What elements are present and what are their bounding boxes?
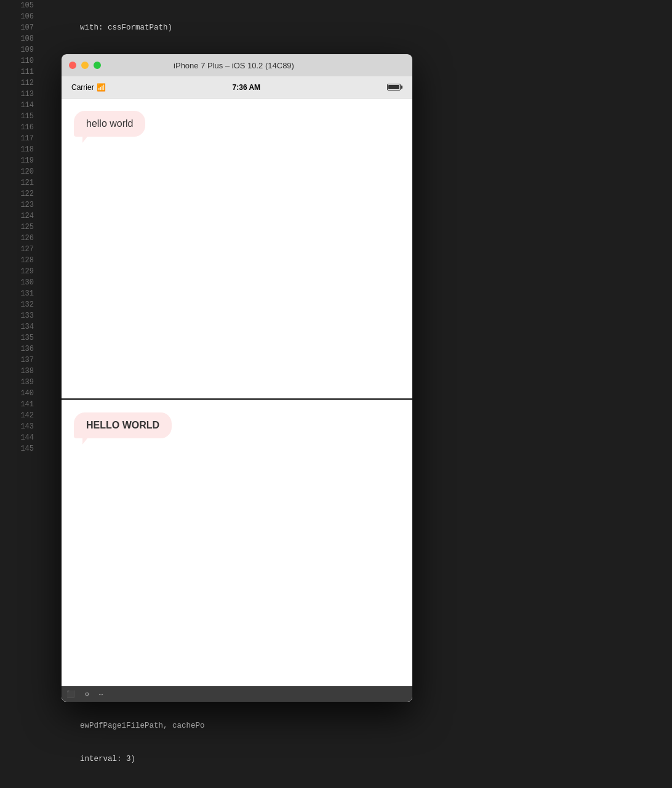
line-num: 119: [0, 155, 34, 166]
line-num: 128: [0, 255, 34, 266]
line-num: 126: [0, 233, 34, 244]
line-num: 127: [0, 244, 34, 255]
line-num: 112: [0, 78, 34, 89]
line-numbers: 105 106 107 108 109 110 111 112 113 114 …: [0, 0, 40, 788]
wifi-icon: 📶: [97, 83, 106, 92]
line-num: 143: [0, 421, 34, 432]
line-num: 129: [0, 266, 34, 277]
line-num: 120: [0, 166, 34, 177]
line-num: 134: [0, 321, 34, 332]
line-num: 118: [0, 144, 34, 155]
line-num: 142: [0, 410, 34, 421]
simulator-titlebar: iPhone 7 Plus – iOS 10.2 (14C89): [62, 54, 412, 76]
line-num: 133: [0, 310, 34, 321]
line-num: 132: [0, 299, 34, 310]
line-num: 108: [0, 33, 34, 44]
line-num: 124: [0, 211, 34, 222]
line-num: 111: [0, 66, 34, 78]
bottom-chat-bubble: HELLO WORLD: [74, 412, 172, 438]
line-num: 125: [0, 222, 34, 233]
simulator-title: iPhone 7 Plus – iOS 10.2 (14C89): [63, 61, 405, 70]
line-num: 136: [0, 344, 34, 355]
code-line-126: ewPdfPage1FilePath, cachePo: [43, 720, 672, 731]
status-right: [387, 84, 402, 90]
line-num: 135: [0, 332, 34, 344]
screen-bottom: HELLO WORLD: [62, 400, 412, 702]
line-num: 114: [0, 100, 34, 111]
line-num: 121: [0, 177, 34, 188]
line-num: 113: [0, 89, 34, 100]
toolbar-icon-1: ⬛: [66, 690, 75, 698]
simulator-bottom-toolbar: ⬛ ⚙ ↔: [62, 686, 412, 702]
line-num: 122: [0, 188, 34, 199]
line-num: 109: [0, 44, 34, 55]
screen-top: hello world: [62, 98, 412, 400]
line-num: 123: [0, 199, 34, 211]
toolbar-icon-2: ⚙: [85, 690, 89, 698]
bottom-bubble-text: HELLO WORLD: [86, 420, 159, 430]
iphone-status-bar: Carrier 📶 7:36 AM: [62, 76, 412, 98]
line-num: 140: [0, 388, 34, 399]
line-num: 110: [0, 55, 34, 66]
line-num: 130: [0, 277, 34, 288]
toolbar-icon-3: ↔: [99, 691, 103, 698]
line-num: 106: [0, 11, 34, 22]
iphone-body: Carrier 📶 7:36 AM hello world H: [62, 76, 412, 702]
code-line-127: interval: 3): [43, 754, 672, 765]
line-num: 138: [0, 366, 34, 377]
line-num: 145: [0, 443, 34, 454]
code-line-105: with: cssFormatPath): [43, 22, 672, 33]
line-num: 117: [0, 133, 34, 144]
status-time: 7:36 AM: [233, 83, 261, 92]
line-num: 139: [0, 377, 34, 388]
line-num: 131: [0, 288, 34, 299]
line-num: 105: [0, 0, 34, 11]
simulator-window: iPhone 7 Plus – iOS 10.2 (14C89) Carrier…: [62, 54, 412, 702]
line-num: 107: [0, 22, 34, 33]
line-num: 115: [0, 111, 34, 122]
line-num: 141: [0, 399, 34, 410]
top-bubble-text: hello world: [86, 118, 133, 129]
battery-icon: [387, 84, 402, 90]
carrier-text: Carrier: [71, 83, 94, 92]
line-num: 137: [0, 355, 34, 366]
top-chat-bubble: hello world: [74, 111, 145, 137]
line-num: 144: [0, 432, 34, 443]
line-num: 116: [0, 122, 34, 133]
status-carrier: Carrier 📶: [71, 83, 106, 92]
